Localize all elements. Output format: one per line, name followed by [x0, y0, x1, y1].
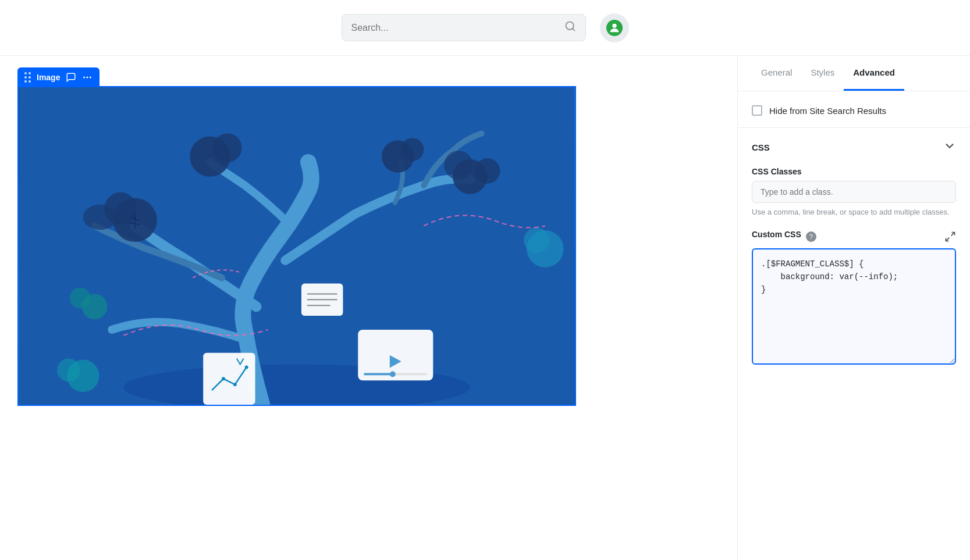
chevron-down-icon — [943, 140, 956, 155]
svg-point-42 — [390, 371, 396, 377]
svg-point-17 — [401, 138, 424, 161]
svg-point-2 — [612, 23, 616, 27]
help-icon[interactable]: ? — [806, 231, 816, 242]
svg-point-15 — [444, 151, 473, 180]
widget-toolbar: Image — [17, 67, 100, 87]
svg-rect-41 — [364, 373, 393, 375]
tab-general[interactable]: General — [752, 56, 801, 91]
svg-point-31 — [222, 377, 225, 380]
panel-content: Hide from Site Search Results CSS CSS Cl… — [738, 91, 970, 381]
svg-point-14 — [475, 158, 500, 184]
avatar[interactable] — [600, 13, 629, 42]
svg-point-3 — [84, 77, 86, 79]
hide-from-search-checkbox[interactable] — [752, 105, 762, 116]
custom-css-editor[interactable]: .[$FRAGMENT_CLASS$] { background: var(--… — [752, 248, 956, 365]
divider-1 — [738, 127, 970, 128]
panel-tabs: General Styles Advanced — [738, 56, 970, 91]
widget-label: Image — [37, 73, 60, 82]
css-classes-helper: Use a comma, line break, or space to add… — [752, 206, 956, 218]
svg-point-4 — [87, 77, 88, 79]
svg-point-10 — [83, 205, 118, 230]
comment-button[interactable] — [66, 72, 76, 83]
css-section-header[interactable]: CSS — [752, 140, 956, 155]
css-section-title: CSS — [752, 142, 770, 152]
hide-from-search-row: Hide from Site Search Results — [752, 105, 956, 116]
svg-point-32 — [233, 383, 237, 386]
svg-point-12 — [213, 133, 242, 162]
avatar-icon — [606, 20, 623, 36]
image-illustration: </> — [19, 87, 575, 405]
right-panel: General Styles Advanced Hide from Site S… — [737, 56, 970, 560]
svg-point-5 — [90, 77, 91, 79]
svg-point-23 — [57, 359, 80, 382]
main-layout: Image — [0, 56, 970, 560]
canvas-area: Image — [0, 56, 737, 560]
svg-line-1 — [572, 28, 574, 31]
svg-rect-30 — [203, 353, 255, 405]
svg-point-21 — [524, 227, 549, 253]
svg-point-19 — [70, 287, 91, 308]
hide-from-search-label: Hide from Site Search Results — [769, 106, 886, 116]
svg-line-52 — [946, 237, 950, 241]
tab-advanced[interactable]: Advanced — [844, 56, 904, 91]
svg-rect-38 — [358, 330, 433, 380]
drag-handle[interactable] — [24, 72, 31, 83]
custom-css-label-row: Custom CSS ? — [752, 230, 816, 244]
svg-line-51 — [951, 232, 955, 236]
search-input[interactable] — [351, 23, 559, 33]
custom-css-label: Custom CSS — [752, 230, 801, 239]
search-container — [342, 14, 586, 41]
image-widget[interactable]: </> — [17, 86, 576, 406]
header — [0, 0, 970, 56]
tab-styles[interactable]: Styles — [801, 56, 844, 91]
custom-css-header: Custom CSS ? — [752, 230, 956, 244]
css-classes-section: CSS Classes Use a comma, line break, or … — [752, 167, 956, 218]
css-classes-label: CSS Classes — [752, 167, 956, 176]
search-icon — [564, 20, 576, 35]
css-classes-input[interactable] — [752, 181, 956, 203]
custom-css-section: Custom CSS ? .[$FRAGMENT — [752, 230, 956, 367]
svg-point-33 — [245, 365, 248, 369]
more-options-button[interactable] — [82, 72, 93, 83]
expand-icon[interactable] — [944, 231, 956, 242]
svg-rect-6 — [19, 87, 574, 405]
